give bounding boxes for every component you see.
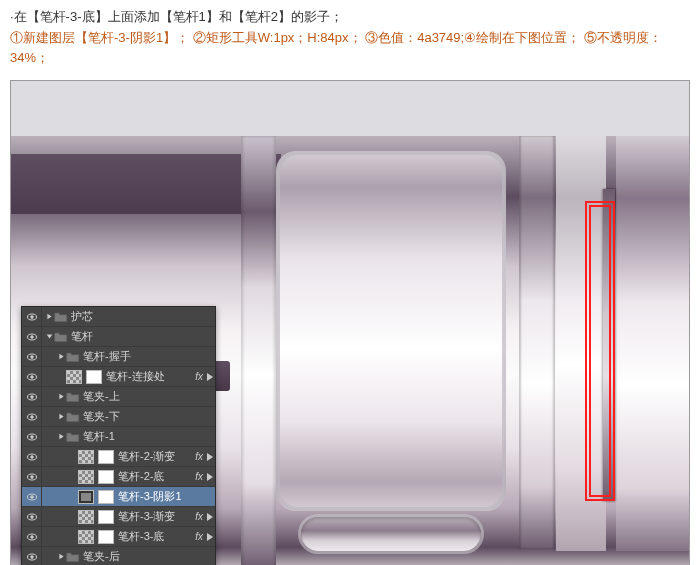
disclosure-triangle-icon[interactable] [44,333,54,340]
layer-mask-thumbnail [98,490,114,504]
fx-badge[interactable]: fx [195,471,205,482]
visibility-eye-icon[interactable] [22,427,42,446]
layers-panel[interactable]: 护芯笔杆笔杆-握手笔杆-连接处fx笔夹-上笔夹-下笔杆-1笔杆-2-渐变fx笔杆… [21,306,216,565]
layer-row-main[interactable]: 笔夹-下 [42,407,215,426]
layer-row-main[interactable]: 笔杆-连接处fx [42,367,215,386]
layer-row[interactable]: 笔杆-连接处fx [22,367,215,387]
layer-label: 笔杆-握手 [83,349,215,364]
fx-badge[interactable]: fx [195,511,205,522]
visibility-eye-icon[interactable] [22,327,42,346]
layer-row-main[interactable]: 笔杆-握手 [42,347,215,366]
layer-label: 笔杆-1 [83,429,215,444]
disclosure-triangle-icon[interactable] [56,393,66,400]
fx-badge[interactable]: fx [195,371,205,382]
layer-label: 笔杆 [71,329,215,344]
visibility-eye-icon[interactable] [22,507,42,526]
visibility-eye-icon[interactable] [22,547,42,565]
folder-icon [54,311,68,323]
layer-row[interactable]: 笔杆 [22,327,215,347]
fx-disclosure-icon[interactable] [205,472,215,482]
layer-mask-thumbnail [98,470,114,484]
disclosure-triangle-icon[interactable] [56,553,66,560]
fx-badge[interactable]: fx [195,531,205,542]
layer-label: 笔杆-3-渐变 [118,509,195,524]
disclosure-triangle-icon[interactable] [56,433,66,440]
layer-row-main[interactable]: 笔杆-2-渐变fx [42,447,215,466]
step-1: 新建图层【笔杆-3-阴影1】； [23,30,189,45]
svg-point-23 [30,535,33,538]
steps-line: ①新建图层【笔杆-3-阴影1】； ②矩形工具W:1px；H:84px； ③色值：… [0,28,700,74]
svg-point-21 [30,515,33,518]
fx-disclosure-icon[interactable] [205,452,215,462]
layer-row-main[interactable]: 护芯 [42,307,215,326]
layer-label: 笔夹-下 [83,409,215,424]
art-seg-right-body [616,136,689,551]
svg-point-3 [30,335,33,338]
layer-thumbnail [78,470,94,484]
layer-row[interactable]: 护芯 [22,307,215,327]
visibility-eye-icon[interactable] [22,527,42,546]
visibility-eye-icon[interactable] [22,307,42,326]
disclosure-triangle-icon[interactable] [56,353,66,360]
fx-disclosure-icon[interactable] [205,512,215,522]
layer-row-main[interactable]: 笔杆-1 [42,427,215,446]
layer-row[interactable]: 笔杆-3-阴影1 [22,487,215,507]
layer-row[interactable]: 笔杆-握手 [22,347,215,367]
layer-row[interactable]: 笔夹-后 [22,547,215,565]
layer-row[interactable]: 笔杆-3-底fx [22,527,215,547]
disclosure-triangle-icon[interactable] [56,413,66,420]
layer-thumbnail [66,370,82,384]
layer-row-main[interactable]: 笔杆-3-渐变fx [42,507,215,526]
layer-row-main[interactable]: 笔杆-3-底fx [42,527,215,546]
folder-icon [54,331,68,343]
circ-5: ⑤ [584,30,597,45]
disclosure-triangle-icon[interactable] [44,313,54,320]
layer-row-main[interactable]: 笔杆-3-阴影1 [42,487,215,506]
fx-badge[interactable]: fx [195,451,205,462]
layer-row[interactable]: 笔杆-1 [22,427,215,447]
layer-row[interactable]: 笔夹-下 [22,407,215,427]
fx-disclosure-icon[interactable] [205,372,215,382]
intro-line: ·在【笔杆-3-底】上面添加【笔杆1】和【笔杆2】的影子； [0,0,700,28]
layer-thumbnail [78,530,94,544]
art-pill [301,517,481,551]
circ-1: ① [10,30,23,45]
layer-row[interactable]: 笔杆-2-底fx [22,467,215,487]
layer-row[interactable]: 笔杆-2-渐变fx [22,447,215,467]
intro-text: ·在【笔杆-3-底】上面添加【笔杆1】和【笔杆2】的影子； [10,9,343,24]
art-bg-top [11,81,689,136]
visibility-eye-icon[interactable] [22,347,42,366]
visibility-eye-icon[interactable] [22,447,42,466]
visibility-eye-icon[interactable] [22,407,42,426]
layer-label: 笔杆-连接处 [106,369,195,384]
step-4: 绘制在下图位置； [476,30,580,45]
visibility-eye-icon[interactable] [22,487,42,506]
svg-point-13 [30,435,33,438]
layer-row[interactable]: 笔夹-上 [22,387,215,407]
visibility-eye-icon[interactable] [22,467,42,486]
layer-mask-thumbnail [98,530,114,544]
folder-icon [66,431,80,443]
layer-row-main[interactable]: 笔杆-2-底fx [42,467,215,486]
layer-label: 护芯 [71,309,215,324]
svg-point-15 [30,455,33,458]
svg-point-5 [30,355,33,358]
layer-row-main[interactable]: 笔夹-上 [42,387,215,406]
folder-icon [66,551,80,563]
layer-label: 笔杆-3-底 [118,529,195,544]
folder-icon [66,411,80,423]
layer-mask-thumbnail [86,370,102,384]
fx-disclosure-icon[interactable] [205,532,215,542]
art-seg-mid-body [276,151,506,511]
step-2: 矩形工具W:1px；H:84px； [206,30,362,45]
layer-thumbnail [78,450,94,464]
visibility-eye-icon[interactable] [22,367,42,386]
layer-row-main[interactable]: 笔夹-后 [42,547,215,565]
svg-point-25 [30,555,33,558]
layer-label: 笔夹-上 [83,389,215,404]
highlight-box-inner [589,205,611,497]
layer-row[interactable]: 笔杆-3-渐变fx [22,507,215,527]
visibility-eye-icon[interactable] [22,387,42,406]
layer-label: 笔夹-后 [83,549,215,564]
layer-row-main[interactable]: 笔杆 [42,327,215,346]
